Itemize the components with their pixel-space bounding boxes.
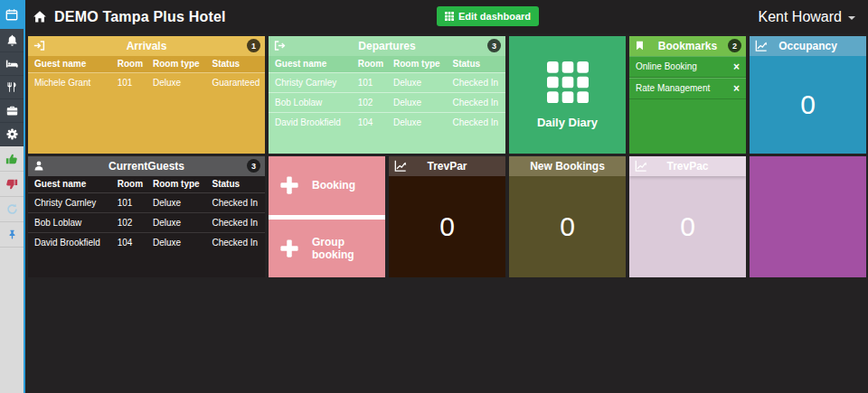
bookmark-label: Online Booking	[636, 61, 733, 71]
sidebar-item-reject[interactable]	[0, 172, 24, 197]
guest-name: Christy Carnley	[269, 72, 352, 92]
col-guest-name: Guest name	[28, 56, 111, 72]
col-guest-name: Guest name	[269, 56, 352, 72]
bookmark-item-online-booking[interactable]: Online Booking ×	[629, 56, 746, 78]
line-chart-icon	[755, 40, 768, 51]
room: 101	[111, 192, 146, 212]
briefcase-icon	[6, 105, 18, 117]
room-type: Deluxe	[146, 72, 206, 92]
col-room-type: Room type	[387, 56, 447, 72]
sidebar-item-rooms[interactable]	[0, 52, 24, 76]
col-room: Room	[352, 56, 387, 72]
calendar-icon	[5, 8, 18, 21]
col-room-type: Room type	[146, 176, 206, 192]
sidebar-item-refresh[interactable]	[0, 197, 24, 222]
sidebar-item-pin[interactable]	[0, 222, 24, 248]
group-booking-button[interactable]: Group booking	[269, 220, 385, 278]
dashboard-row-1: Arrivals 1 Guest name Room Room type Sta…	[28, 36, 865, 154]
arrivals-count-badge: 1	[247, 39, 260, 52]
guest-name: Bob Loblaw	[28, 212, 111, 232]
widget-trevpac: TrevPac 0	[629, 156, 746, 277]
arrivals-row[interactable]: Michele Grant 101 Deluxe Guaranteed	[28, 72, 265, 92]
col-room: Room	[111, 56, 146, 72]
departures-row[interactable]: Bob Loblaw 102 Deluxe Checked In	[269, 92, 505, 112]
status: Checked In	[205, 212, 265, 232]
trevpac-value: 0	[629, 176, 746, 277]
sidebar-item-restaurant[interactable]	[0, 76, 24, 99]
col-status: Status	[205, 56, 265, 72]
widget-occupancy: Occupancy 0	[750, 36, 866, 154]
bookmarks-header: Bookmarks 2	[629, 36, 746, 56]
status: Checked In	[205, 232, 265, 252]
col-guest-name: Guest name	[28, 176, 111, 192]
guest-name: David Brookfield	[269, 112, 352, 132]
new-bookings-title: New Bookings	[530, 160, 605, 173]
col-status: Status	[205, 176, 265, 192]
occupancy-value: 0	[750, 56, 866, 154]
sidebar-item-approve[interactable]	[0, 146, 24, 172]
departures-title: Departures	[358, 40, 415, 52]
guest-name: David Brookfield	[28, 232, 111, 252]
sidebar	[0, 0, 25, 393]
close-icon[interactable]: ×	[733, 83, 740, 94]
col-status: Status	[446, 56, 505, 72]
plus-icon	[279, 239, 299, 258]
widget-arrivals: Arrivals 1 Guest name Room Room type Sta…	[28, 36, 265, 154]
current-guests-row[interactable]: David Brookfield 104 Deluxe Checked In	[28, 232, 265, 252]
current-guests-row[interactable]: Bob Loblaw 102 Deluxe Checked In	[28, 212, 265, 232]
user-menu[interactable]: Kent Howard	[759, 0, 856, 33]
close-icon[interactable]: ×	[733, 61, 740, 72]
bookmark-item-rate-management[interactable]: Rate Management ×	[629, 78, 746, 99]
sidebar-item-calendar[interactable]	[0, 0, 24, 29]
departures-row[interactable]: Christy Carnley 101 Deluxe Checked In	[269, 72, 505, 92]
widget-departures: Departures 3 Guest name Room Room type S…	[269, 36, 505, 154]
widget-new-bookings: New Bookings 0	[509, 156, 626, 277]
col-room-type: Room type	[146, 56, 206, 72]
room-type: Deluxe	[387, 72, 447, 92]
tile-empty-purple	[750, 156, 866, 277]
status: Checked In	[205, 192, 265, 212]
edit-dashboard-button[interactable]: Edit dashboard	[437, 6, 539, 26]
arrivals-header: Arrivals 1	[28, 36, 265, 56]
hotel-name: DEMO Tampa Plus Hotel	[54, 9, 226, 25]
guest-name: Bob Loblaw	[269, 92, 352, 112]
widget-current-guests: CurrentGuests 3 Guest name Room Room typ…	[28, 156, 265, 277]
current-guests-header: CurrentGuests 3	[28, 156, 265, 176]
room-type: Deluxe	[387, 112, 447, 132]
col-room: Room	[111, 176, 146, 192]
room: 104	[352, 112, 387, 132]
current-guests-row[interactable]: Christy Carnley 101 Deluxe Checked In	[28, 192, 265, 212]
widget-daily-diary[interactable]: Daily Diary	[509, 36, 626, 154]
widget-bookmarks: Bookmarks 2 Online Booking × Rate Manage…	[629, 36, 746, 154]
status: Checked In	[446, 72, 505, 92]
line-chart-icon	[635, 160, 647, 172]
topbar: DEMO Tampa Plus Hotel Edit dashboard Ken…	[25, 0, 868, 33]
room: 101	[111, 72, 146, 92]
sign-in-icon	[33, 40, 45, 51]
bookmark-label: Rate Management	[636, 83, 733, 93]
departures-count-badge: 3	[487, 39, 501, 52]
room-type: Deluxe	[146, 212, 206, 232]
room-type: Deluxe	[387, 92, 447, 112]
bed-icon	[5, 58, 18, 70]
sidebar-item-settings[interactable]	[0, 123, 24, 146]
departures-row[interactable]: David Brookfield 104 Deluxe Checked In	[269, 112, 505, 132]
booking-label: Booking	[312, 179, 355, 192]
bookmarks-count-badge: 2	[728, 39, 741, 52]
new-booking-button[interactable]: Booking	[269, 156, 385, 215]
departures-table-header: Guest name Room Room type Status	[269, 56, 505, 72]
sidebar-item-office[interactable]	[0, 99, 24, 123]
room: 102	[111, 212, 146, 232]
sidebar-item-notifications[interactable]	[0, 29, 24, 52]
daily-diary-label: Daily Diary	[537, 116, 598, 129]
plus-icon	[279, 175, 299, 195]
departures-table: Guest name Room Room type Status Christy…	[269, 56, 505, 132]
bookmarks-title: Bookmarks	[658, 40, 717, 52]
grid-icon	[445, 12, 454, 21]
guest-name: Christy Carnley	[28, 192, 111, 212]
departures-header: Departures 3	[269, 36, 505, 56]
current-guests-title: CurrentGuests	[108, 160, 184, 173]
pin-icon	[7, 229, 17, 240]
arrivals-table: Guest name Room Room type Status Michele…	[28, 56, 265, 92]
home-icon	[33, 10, 47, 23]
